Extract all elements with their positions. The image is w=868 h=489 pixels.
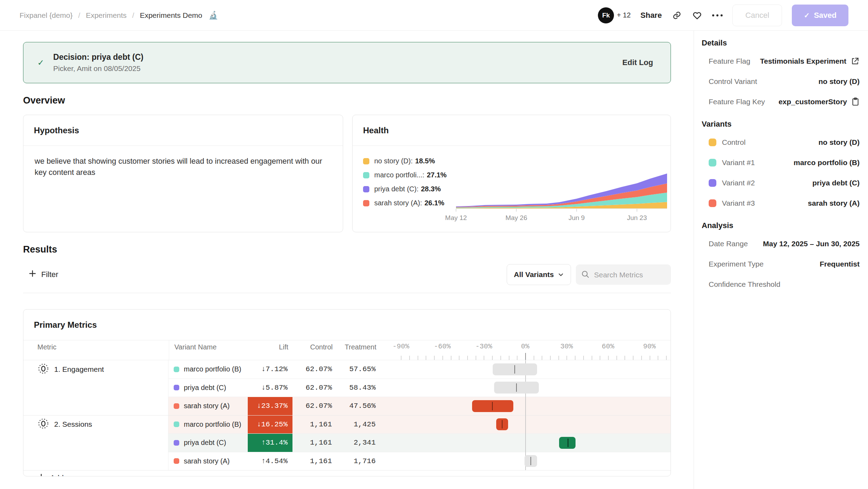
analysis-value: Frequentist bbox=[820, 260, 860, 268]
breadcrumb-current: Experiments Demo bbox=[140, 11, 202, 20]
axis-label: 30% bbox=[560, 342, 573, 350]
variant-name: sarah story (A) bbox=[184, 457, 230, 465]
avatar[interactable]: Fk bbox=[598, 7, 614, 23]
variant-row-control: Control no story (D) bbox=[702, 132, 860, 153]
metric-name[interactable]: 2. Sessions bbox=[54, 420, 92, 428]
saved-label: Saved bbox=[814, 11, 837, 20]
ruler-tick bbox=[624, 356, 625, 360]
table-row[interactable]: sarah story (A) ↓23.37% 62.07% 47.56% bbox=[168, 397, 671, 415]
decision-title: Decision: priya debt (C) bbox=[53, 52, 143, 62]
decision-text: Decision: priya debt (C) Picker, Amit on… bbox=[53, 52, 143, 73]
variant-color-dot bbox=[174, 440, 179, 446]
plus-icon bbox=[29, 270, 36, 279]
variant-label: Variant #1 bbox=[722, 158, 755, 167]
cancel-button[interactable]: Cancel bbox=[732, 5, 782, 26]
ruler-tick bbox=[566, 356, 567, 360]
ruler-tick bbox=[459, 356, 460, 360]
variants-dropdown[interactable]: All Variants bbox=[507, 264, 571, 285]
variant-value: no story (D) bbox=[818, 138, 860, 147]
analysis-row-experiment-type: Experiment Type Frequentist bbox=[702, 254, 860, 274]
ruler-tick bbox=[500, 356, 501, 360]
variant-label: Variant #2 bbox=[722, 179, 755, 187]
variant-value: marco portfolio (B) bbox=[794, 158, 860, 167]
variant-row-2: Variant #2 priya debt (C) bbox=[702, 173, 860, 193]
breadcrumb-project[interactable]: Fixpanel {demo} bbox=[20, 11, 73, 20]
metric-rows: marco portfolio (B) ↓16.25% 1,161 1,425 … bbox=[168, 416, 671, 470]
ruler-tick bbox=[434, 356, 435, 360]
metric-name[interactable]: 1. Engagement bbox=[54, 365, 104, 374]
variant-name: marco portfolio (B) bbox=[184, 365, 241, 373]
lift-value: ↑31.4% bbox=[248, 434, 292, 452]
table-body: 1. Engagement marco portfolio (B) ↓7.12%… bbox=[23, 360, 671, 470]
confidence-interval-bar bbox=[493, 363, 537, 375]
microscope-emoji-icon: 🔬 bbox=[209, 11, 218, 20]
hypothesis-title: Hypothesis bbox=[23, 115, 343, 146]
detail-value: exp_customerStory bbox=[779, 98, 847, 106]
legend-value: 26.1% bbox=[425, 199, 444, 207]
variant-color-dot bbox=[174, 458, 179, 464]
lift-value: ↓23.37% bbox=[248, 397, 292, 415]
column-lift: Lift bbox=[248, 340, 293, 360]
experiment-report-page: Fixpanel {demo} / Experiments / Experime… bbox=[0, 0, 868, 489]
external-link-icon[interactable] bbox=[851, 57, 860, 66]
health-legend: no story (D): 18.5% marco portfoli...: 2… bbox=[363, 157, 447, 213]
check-icon: ✓ bbox=[804, 11, 810, 20]
variant-color-dot bbox=[709, 139, 716, 146]
axis-label: -60% bbox=[434, 342, 451, 350]
legend-color-swatch bbox=[363, 186, 369, 192]
collaborators[interactable]: Fk + 12 bbox=[598, 7, 630, 23]
ruler-tick bbox=[492, 356, 493, 360]
copy-link-icon[interactable] bbox=[672, 10, 682, 21]
top-bar: Fixpanel {demo} / Experiments / Experime… bbox=[0, 0, 868, 31]
add-metric-button[interactable]: Add bbox=[23, 470, 671, 476]
ruler-tick bbox=[600, 356, 600, 360]
lift-marker bbox=[492, 402, 493, 410]
check-icon: ✓ bbox=[37, 58, 44, 68]
ruler-tick bbox=[542, 356, 542, 360]
favorite-heart-icon[interactable] bbox=[692, 10, 702, 21]
variant-color-dot bbox=[174, 403, 179, 409]
hypothesis-body[interactable]: we believe that showing customer stories… bbox=[23, 146, 343, 188]
ruler-tick bbox=[650, 356, 650, 360]
table-row[interactable]: sarah story (A) ↑4.54% 1,161 1,716 bbox=[168, 452, 671, 470]
add-filter-button[interactable]: Filter bbox=[23, 270, 58, 279]
breadcrumb: Fixpanel {demo} / Experiments / Experime… bbox=[20, 11, 218, 20]
control-value: 62.07% bbox=[292, 379, 333, 397]
more-options-icon[interactable] bbox=[712, 14, 723, 16]
ruler-tick bbox=[608, 356, 609, 360]
ruler-tick bbox=[467, 356, 468, 360]
topbar-actions: Fk + 12 Share Cancel ✓ Saved bbox=[598, 5, 848, 26]
axis-label: -30% bbox=[475, 342, 492, 350]
edit-log-button[interactable]: Edit Log bbox=[622, 58, 653, 67]
legend-color-swatch bbox=[363, 158, 369, 164]
breadcrumb-separator: / bbox=[78, 11, 80, 20]
feature-flag-link[interactable]: Testimonials Experiment bbox=[760, 57, 846, 65]
search-metrics-box bbox=[576, 264, 671, 285]
legend-label: priya debt (C): bbox=[374, 185, 419, 193]
table-row[interactable]: marco portfolio (B) ↓7.12% 62.07% 57.65% bbox=[168, 360, 671, 378]
legend-label: no story (D): bbox=[374, 157, 413, 165]
ruler-tick bbox=[476, 356, 476, 360]
ruler-tick bbox=[558, 356, 559, 360]
variant-color-dot bbox=[174, 385, 179, 390]
svg-text:Jun 9: Jun 9 bbox=[569, 214, 585, 221]
breadcrumb-experiments[interactable]: Experiments bbox=[86, 11, 127, 20]
share-button[interactable]: Share bbox=[641, 11, 662, 20]
health-card: Health no story (D): 18.5% marco portfol… bbox=[352, 115, 671, 232]
lift-marker bbox=[567, 439, 569, 447]
variant-color-dot bbox=[709, 199, 716, 207]
overview-heading: Overview bbox=[23, 95, 671, 106]
saved-button[interactable]: ✓ Saved bbox=[792, 5, 848, 26]
variant-row-3: Variant #3 sarah story (A) bbox=[702, 193, 860, 213]
variant-color-dot bbox=[709, 159, 716, 166]
table-row[interactable]: priya debt (C) ↑31.4% 1,161 2,341 bbox=[168, 433, 671, 452]
search-icon bbox=[581, 270, 589, 278]
lift-marker bbox=[502, 420, 503, 428]
control-value: 1,161 bbox=[292, 434, 333, 452]
copy-icon[interactable] bbox=[851, 97, 860, 106]
search-metrics-input[interactable] bbox=[593, 264, 667, 285]
ruler-tick bbox=[509, 356, 509, 360]
collaborator-count: + 12 bbox=[617, 11, 630, 19]
table-row[interactable]: marco portfolio (B) ↓16.25% 1,161 1,425 bbox=[168, 416, 671, 434]
table-row[interactable]: priya debt (C) ↓5.87% 62.07% 58.43% bbox=[168, 378, 671, 397]
